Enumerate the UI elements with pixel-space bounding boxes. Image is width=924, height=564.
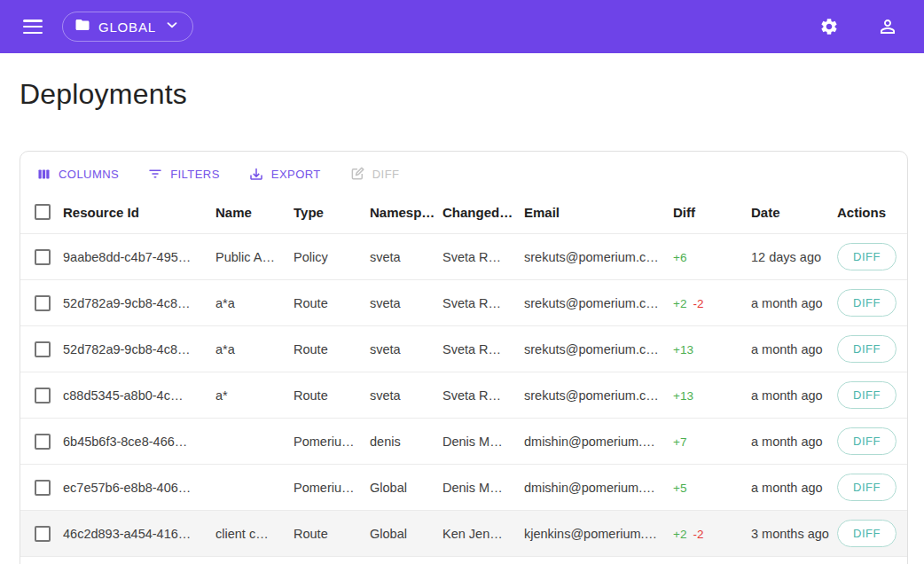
row-checkbox-cell <box>20 480 63 496</box>
row-checkbox[interactable] <box>35 295 51 311</box>
table-row[interactable]: ec7e57b6-e8b8-406…Pomeriu…GlobalDenis M…… <box>20 464 907 510</box>
row-diff-button[interactable]: DIFF <box>837 520 897 547</box>
columns-button[interactable]: COLUMNS <box>36 167 119 182</box>
row-checkbox[interactable] <box>35 341 51 357</box>
grid-toolbar: COLUMNS FILTERS EXPORT DIFF <box>20 152 907 191</box>
row-checkbox-cell <box>20 526 63 542</box>
edit-diff-icon <box>349 166 365 182</box>
diff-button[interactable]: DIFF <box>349 166 400 182</box>
cell-date: a month ago <box>751 296 837 310</box>
header-namespace[interactable]: Namesp… <box>370 205 442 220</box>
cell-actions: DIFF <box>837 289 907 317</box>
cell-type: Pomeriu… <box>294 435 370 449</box>
cell-resource-id: 52d782a9-9cb8-4c8… <box>63 342 215 356</box>
row-checkbox[interactable] <box>35 434 51 450</box>
row-checkbox[interactable] <box>35 249 51 265</box>
cell-changed-by: Denis M… <box>442 435 524 449</box>
cell-actions: DIFF <box>837 520 907 547</box>
cell-name: a*a <box>215 342 294 356</box>
cell-diff: +2-2 <box>673 527 751 541</box>
header-type[interactable]: Type <box>294 205 370 220</box>
deployments-grid-card: COLUMNS FILTERS EXPORT DIFF Resource Id … <box>20 151 908 564</box>
cell-name: a*a <box>215 296 294 310</box>
row-checkbox[interactable] <box>35 526 51 542</box>
diff-removed-count: -2 <box>693 297 703 310</box>
row-checkbox-cell <box>20 295 63 311</box>
header-resource-id[interactable]: Resource Id <box>63 205 215 220</box>
table-row[interactable]: 9aabe8dd-c4b7-495…Public A…PolicysvetaSv… <box>20 233 907 279</box>
cell-type: Route <box>294 388 370 403</box>
table-row[interactable]: c88d5345-a8b0-4c…a*RoutesvetaSveta R…sre… <box>20 372 907 418</box>
table-row[interactable]: 46c2d893-a454-416…client c…RouteGlobalKe… <box>20 510 907 556</box>
cell-email: kjenkins@pomerium.… <box>524 527 673 541</box>
cell-changed-by: Ken Jen… <box>442 527 524 541</box>
table-row[interactable]: 6b45b6f3-8ce8-466…Pomeriu…denisDenis M…d… <box>20 418 907 464</box>
cell-changed-by: Sveta R… <box>442 250 524 264</box>
settings-icon[interactable] <box>818 15 841 38</box>
download-icon <box>248 166 264 182</box>
row-diff-button[interactable]: DIFF <box>837 427 897 455</box>
cell-name: a* <box>215 388 294 403</box>
account-icon[interactable] <box>876 15 899 38</box>
cell-actions: DIFF <box>837 335 907 363</box>
cell-actions: DIFF <box>837 427 907 455</box>
cell-namespace: Global <box>370 527 442 541</box>
cell-resource-id: c88d5345-a8b0-4c… <box>63 388 215 403</box>
row-diff-button[interactable]: DIFF <box>837 243 897 270</box>
cell-diff: +5 <box>673 481 751 495</box>
cell-diff: +13 <box>673 388 751 403</box>
diff-added-count: +6 <box>673 251 686 264</box>
row-diff-button[interactable]: DIFF <box>837 289 897 317</box>
cell-type: Route <box>294 527 370 541</box>
export-button[interactable]: EXPORT <box>248 166 321 182</box>
cell-diff: +2-2 <box>673 296 751 310</box>
cell-name: client c… <box>215 527 294 541</box>
diff-added-count: +13 <box>673 389 693 403</box>
cell-email: srekuts@pomerium.c… <box>524 342 673 356</box>
row-checkbox[interactable] <box>35 388 51 403</box>
menu-icon[interactable] <box>23 20 43 34</box>
cell-resource-id: 46c2d893-a454-416… <box>63 527 215 541</box>
cell-name: Public A… <box>215 250 294 264</box>
cell-resource-id: 9aabe8dd-c4b7-495… <box>63 250 215 264</box>
columns-icon <box>36 167 51 182</box>
row-diff-button[interactable]: DIFF <box>837 381 897 409</box>
table-footer <box>20 556 907 564</box>
header-name[interactable]: Name <box>215 205 294 220</box>
header-diff[interactable]: Diff <box>673 205 751 220</box>
page-title: Deployments <box>20 78 924 111</box>
table-row[interactable]: 52d782a9-9cb8-4c8…a*aRoutesvetaSveta R…s… <box>20 279 907 325</box>
row-diff-button[interactable]: DIFF <box>837 474 897 501</box>
filters-button[interactable]: FILTERS <box>147 166 220 182</box>
header-changed-by[interactable]: Changed… <box>442 205 524 220</box>
namespace-selector[interactable]: GLOBAL <box>62 12 193 42</box>
cell-email: dmishin@pomerium.… <box>524 435 673 449</box>
diff-added-count: +2 <box>673 528 686 541</box>
cell-date: a month ago <box>751 435 837 449</box>
table-header-row: Resource Id Name Type Namesp… Changed… E… <box>20 191 907 233</box>
cell-changed-by: Sveta R… <box>442 296 524 310</box>
app-bar: GLOBAL <box>0 0 924 53</box>
header-date[interactable]: Date <box>751 205 837 220</box>
namespace-label: GLOBAL <box>98 20 156 35</box>
cell-email: srekuts@pomerium.c… <box>524 296 673 310</box>
diff-removed-count: -2 <box>693 528 703 541</box>
cell-type: Route <box>294 296 370 310</box>
deployments-table: Resource Id Name Type Namesp… Changed… E… <box>20 191 907 564</box>
header-email[interactable]: Email <box>524 205 673 220</box>
table-row[interactable]: 52d782a9-9cb8-4c8…a*aRoutesvetaSveta R…s… <box>20 325 907 372</box>
cell-namespace: sveta <box>370 250 442 264</box>
select-all-checkbox[interactable] <box>35 204 51 220</box>
cell-resource-id: ec7e57b6-e8b8-406… <box>63 481 215 495</box>
cell-actions: DIFF <box>837 381 907 409</box>
row-checkbox[interactable] <box>35 480 51 496</box>
cell-email: srekuts@pomerium.c… <box>524 388 673 403</box>
cell-type: Pomeriu… <box>294 481 370 495</box>
cell-date: a month ago <box>751 388 837 403</box>
cell-resource-id: 52d782a9-9cb8-4c8… <box>63 296 215 310</box>
cell-date: 3 months ago <box>751 527 837 541</box>
cell-actions: DIFF <box>837 243 907 270</box>
cell-type: Policy <box>294 250 370 264</box>
row-diff-button[interactable]: DIFF <box>837 335 897 363</box>
cell-date: a month ago <box>751 342 837 356</box>
